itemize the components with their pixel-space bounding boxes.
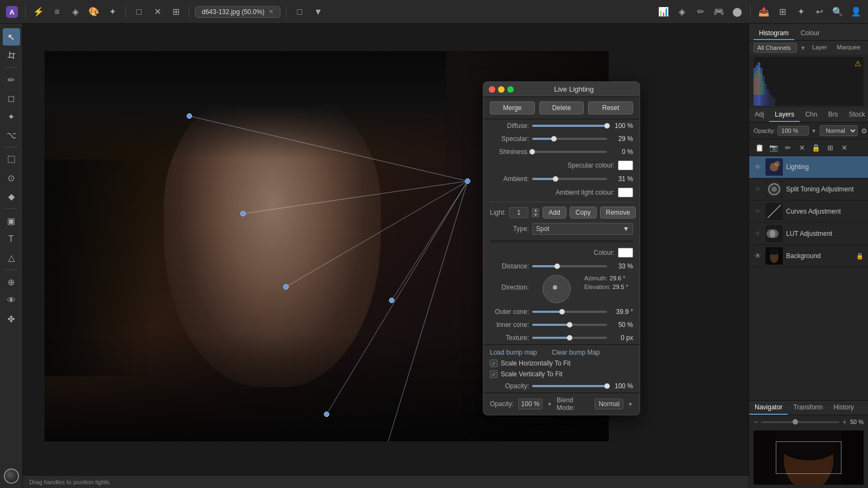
zoom-tool[interactable]: ⊕ <box>3 273 20 291</box>
direction-circle[interactable] <box>542 275 571 303</box>
navigator-tab[interactable]: Navigator <box>749 401 788 415</box>
mask-layer-button[interactable]: ✏ <box>782 142 794 153</box>
layer-item-lut[interactable]: 👁 LUT Adjustment <box>749 223 868 245</box>
colour-tab[interactable]: Colour <box>795 27 825 40</box>
clear-bump-map-button[interactable]: Clear bump Map <box>545 347 607 358</box>
ambient-thumb[interactable] <box>553 176 558 182</box>
view-tool[interactable]: 👁 <box>3 292 20 309</box>
crop-tool[interactable] <box>3 47 20 64</box>
ambient-slider[interactable] <box>532 178 607 180</box>
inner-cone-slider[interactable] <box>532 324 607 326</box>
zoom-thumb[interactable] <box>793 419 798 425</box>
tool-fx[interactable]: ◈ <box>68 4 83 20</box>
foreground-color[interactable] <box>4 468 19 484</box>
diffuse-thumb[interactable] <box>604 123 610 129</box>
zoom-slider[interactable] <box>761 421 839 423</box>
channel-dropdown[interactable]: All Channels <box>754 43 797 53</box>
layer-vis-lut[interactable]: 👁 <box>754 229 762 238</box>
marquee-subtab[interactable]: Marquee <box>834 43 864 53</box>
view-dropdown-icon[interactable]: ▼ <box>310 4 326 20</box>
paint-tool[interactable]: ✏ <box>3 71 20 88</box>
layers-tab[interactable]: Layers <box>769 108 800 122</box>
search-icon[interactable]: 🔍 <box>830 4 845 20</box>
layer-vis-lighting[interactable]: 👁 <box>754 163 762 171</box>
controller-icon[interactable]: 🎮 <box>711 4 726 20</box>
move-tool[interactable]: ↖ <box>3 28 20 46</box>
group-layers-button[interactable]: ⊞ <box>824 142 836 153</box>
ll-blend-dropdown[interactable]: Normal <box>595 399 623 409</box>
texture-slider[interactable] <box>532 337 607 339</box>
diffuse-slider[interactable] <box>532 125 607 127</box>
layer-settings-icon[interactable]: ⚙ <box>861 125 867 137</box>
colour-swatch[interactable] <box>618 248 633 258</box>
layers-icon[interactable]: ⊞ <box>775 4 790 20</box>
tool-color[interactable]: 🎨 <box>86 4 101 20</box>
layer-vis-curves[interactable]: 👁 <box>754 207 762 216</box>
tool-grid[interactable]: ⊞ <box>168 4 183 20</box>
erase-tool[interactable]: ◻ <box>3 89 20 107</box>
clipping-mask-button[interactable]: ✕ <box>796 142 808 153</box>
adj-tab[interactable]: Adj <box>749 108 769 122</box>
light-node-5[interactable] <box>324 412 329 417</box>
tool-close[interactable]: ✕ <box>150 4 165 20</box>
user-icon[interactable]: 👤 <box>848 4 864 20</box>
histogram-icon[interactable]: 📊 <box>656 4 671 20</box>
delete-layer-button[interactable]: 🔒 <box>810 142 822 153</box>
histogram-tab[interactable]: Histogram <box>754 27 794 40</box>
type-select[interactable]: Spot ▼ <box>532 223 633 235</box>
minimize-window-button[interactable] <box>498 86 505 93</box>
chn-tab[interactable]: Chn <box>800 108 822 122</box>
remove-light-button[interactable]: Remove <box>600 207 636 219</box>
text-tool[interactable]: T <box>3 230 20 248</box>
texture-thumb[interactable] <box>567 335 572 341</box>
reset-button[interactable]: Reset <box>588 101 633 114</box>
history-tab[interactable]: History <box>828 401 859 415</box>
light-node-1[interactable] <box>187 113 192 119</box>
opacity-value[interactable]: 100 % <box>777 126 809 136</box>
magic-wand-tool[interactable]: ◆ <box>3 188 20 205</box>
direction-dot[interactable] <box>553 285 557 290</box>
ll-bottom-opacity-value[interactable]: 100 % <box>518 399 542 409</box>
ll-opacity-thumb[interactable] <box>604 383 610 389</box>
blend-mode-dropdown[interactable]: Normal <box>820 125 858 136</box>
light-node-center[interactable] <box>465 178 470 184</box>
lasso-tool[interactable]: ⊙ <box>3 169 20 187</box>
export-icon[interactable]: 📤 <box>756 4 771 20</box>
navigator-preview[interactable] <box>754 431 864 485</box>
load-bump-map-button[interactable]: Load bump map <box>483 347 544 358</box>
delete-button[interactable]: Delete <box>539 101 584 114</box>
layer-vis-split[interactable]: 👁 <box>754 185 762 194</box>
specular-thumb[interactable] <box>551 136 557 142</box>
outer-cone-thumb[interactable] <box>559 309 565 314</box>
copy-light-button[interactable]: Copy <box>570 207 597 219</box>
ll-opacity-slider[interactable] <box>532 385 607 387</box>
light-node-3[interactable] <box>283 284 289 290</box>
brs-tab[interactable]: Brs <box>822 108 843 122</box>
view-mode-icon[interactable]: □ <box>292 4 307 20</box>
select-tool-icon[interactable]: ◈ <box>674 4 690 20</box>
shininess-thumb[interactable] <box>529 149 535 155</box>
layer-item-split-toning[interactable]: 👁 Split Toning Adjustment <box>749 178 868 201</box>
scale-h-checkbox[interactable]: ✓ <box>490 359 497 367</box>
marquee-tool[interactable] <box>3 151 20 168</box>
inner-cone-thumb[interactable] <box>567 322 572 328</box>
maximize-window-button[interactable] <box>507 86 514 93</box>
sampler-tool[interactable]: ✤ <box>3 310 20 328</box>
tool-brush[interactable]: ✦ <box>105 4 120 20</box>
distance-thumb[interactable] <box>554 264 560 269</box>
merge-button[interactable]: Merge <box>490 101 535 114</box>
specular-slider[interactable] <box>532 138 607 140</box>
transform-tab[interactable]: Transform <box>788 401 828 415</box>
light-decrement-button[interactable]: ▼ <box>532 213 539 217</box>
distance-slider[interactable] <box>532 265 607 267</box>
light-node-2[interactable] <box>240 211 246 216</box>
blend-icon[interactable]: ✦ <box>793 4 808 20</box>
tool-view[interactable]: ≡ <box>49 4 65 20</box>
light-number-input[interactable] <box>509 207 528 218</box>
close-window-button[interactable] <box>489 86 495 93</box>
scale-v-checkbox[interactable]: ✓ <box>490 370 497 378</box>
clone-tool[interactable]: ⌥ <box>3 126 20 144</box>
layer-subtab[interactable]: Layer <box>809 43 831 53</box>
file-close-button[interactable]: ✕ <box>269 8 273 15</box>
light-increment-button[interactable]: ▲ <box>532 208 539 213</box>
